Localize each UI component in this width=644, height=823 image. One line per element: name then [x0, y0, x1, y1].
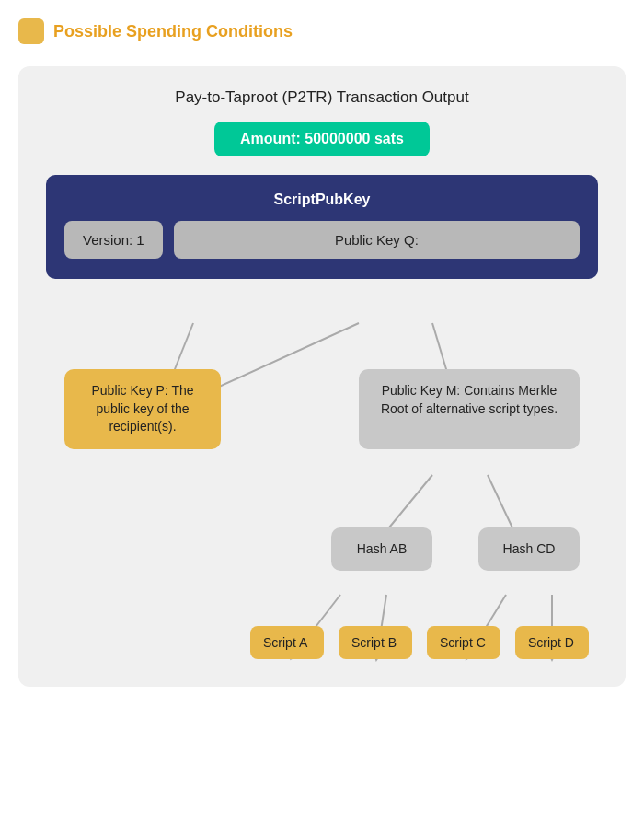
- header: Possible Spending Conditions: [18, 18, 626, 44]
- script-c-node: Script C: [427, 626, 500, 659]
- pubkey-p-node: Public Key P: The public key of the reci…: [64, 369, 221, 449]
- hash-cd-node: Hash CD: [478, 527, 580, 572]
- diagram-title: Pay-to-Taproot (P2TR) Transaction Output: [46, 88, 598, 107]
- pubkey-q-cell: Public Key Q:: [174, 221, 580, 259]
- diagram-container: Pay-to-Taproot (P2TR) Transaction Output…: [18, 66, 626, 307]
- version-cell: Version: 1: [64, 221, 163, 259]
- header-title: Possible Spending Conditions: [53, 22, 293, 41]
- level3-nodes: Script A Script B Script C Script D: [37, 626, 607, 659]
- level1-nodes: Public Key P: The public key of the reci…: [37, 369, 607, 449]
- script-a-node: Script A: [250, 626, 324, 659]
- scriptpubkey-title: ScriptPubKey: [64, 191, 580, 208]
- pubkey-m-node: Public Key M: Contains Merkle Root of al…: [359, 369, 580, 449]
- scriptpubkey-row: Version: 1 Public Key Q:: [64, 221, 580, 259]
- amount-badge: Amount: 50000000 sats: [214, 122, 430, 156]
- level2-nodes: Hash AB Hash CD: [37, 527, 607, 572]
- script-d-node: Script D: [515, 626, 589, 659]
- scriptpubkey-box: ScriptPubKey Version: 1 Public Key Q:: [46, 175, 598, 279]
- header-icon: [18, 18, 44, 44]
- script-b-node: Script B: [339, 626, 412, 659]
- hash-ab-node: Hash AB: [331, 527, 432, 572]
